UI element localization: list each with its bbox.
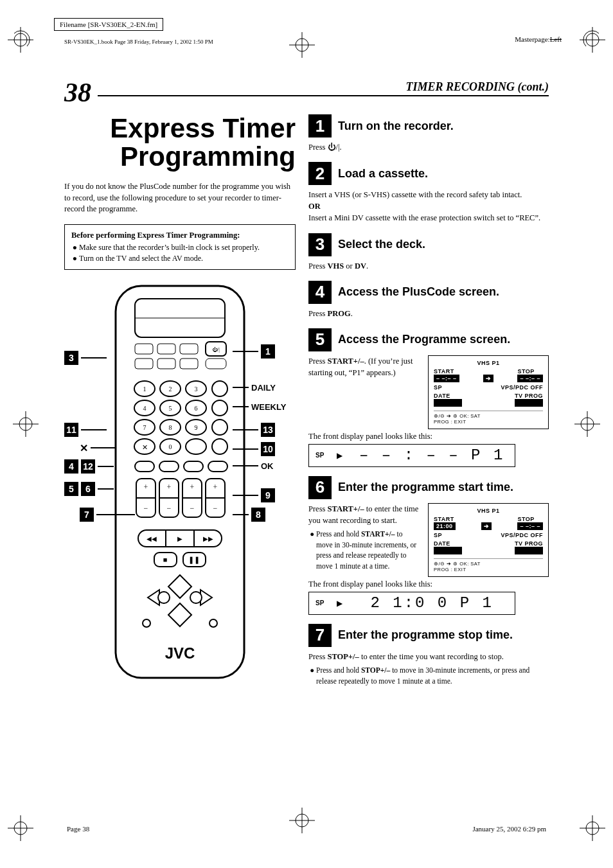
masterpage-label: Masterpage:Left (515, 35, 562, 43)
svg-text:6: 6 (195, 405, 198, 412)
svg-text:−: − (167, 504, 172, 513)
svg-rect-35 (206, 359, 226, 369)
intro-text: If you do not know the PlusCode number f… (64, 181, 296, 215)
osd-label: STOP (517, 516, 543, 522)
before-box: Before performing Express Timer Programm… (64, 224, 296, 270)
callout-label: WEEKLY (251, 402, 286, 412)
step-number: 2 (308, 162, 332, 185)
osd-hint: ⊕/⊖ ➔ ⊛ OK: SAT (434, 413, 543, 419)
osd-value: – –:– – (517, 375, 543, 382)
step-number: 7 (308, 624, 332, 647)
page-number: 38 (64, 77, 91, 108)
osd-label: START (434, 516, 456, 522)
callout-13: 13 (233, 423, 275, 437)
front-display: SP ▶ 2 1:0 0 P 1 (308, 592, 515, 615)
callout-num: 5 (64, 482, 78, 496)
step-2: 2 Load a cassette. Insert a VHS (or S-VH… (308, 162, 549, 224)
osd-hint: PROG : EXIT (434, 419, 543, 425)
display-sp: SP (315, 452, 324, 459)
osd-label: VPS/PDC OFF (501, 532, 543, 538)
svg-point-93 (158, 592, 170, 603)
remote-illustration: ⏻/| 1 2 3 4 5 (64, 283, 296, 681)
svg-text:◀◀: ◀◀ (147, 535, 157, 542)
section-title: TIMER RECORDING (cont.) (98, 80, 549, 96)
svg-text:3: 3 (195, 385, 198, 393)
step-body: Press STOP+/– to enter the time you want… (308, 651, 549, 686)
page: Filename [SR-VS30EK_2-EN.fm] SR-VS30EK_1… (0, 0, 613, 868)
svg-text:❚❚: ❚❚ (188, 556, 200, 564)
book-line: SR-VS30EK_1.book Page 38 Friday, Februar… (64, 39, 213, 45)
remote-icon: ⏻/| 1 2 3 4 5 (109, 283, 251, 681)
callout-4-12: 4 12 (64, 459, 114, 474)
osd-label: SP (434, 384, 442, 391)
step-1: 1 Turn on the recorder. Press ⏻/|. (308, 114, 549, 153)
callout-num: 4 (64, 459, 78, 474)
svg-rect-32 (135, 359, 153, 369)
caption: The front display panel looks like this: (308, 432, 549, 441)
step-3: 3 Select the deck. Press VHS or DV. (308, 233, 549, 272)
display-segment: 2 1:0 0 P 1 (355, 594, 508, 612)
step-5: 5 Access the Programme screen. Press STA… (308, 328, 549, 467)
svg-rect-65 (184, 461, 203, 472)
step-body: Press START+/–. (If you’re just starting… (308, 355, 419, 378)
crop-mark-icon (580, 815, 605, 841)
display-sp: SP (315, 599, 324, 607)
step-body: Press START+/– to enter the time you wan… (308, 503, 419, 572)
step-text: Insert a Mini DV cassette with the erase… (308, 213, 540, 222)
svg-text:⏻/|: ⏻/| (212, 347, 220, 353)
svg-text:+: + (167, 483, 172, 492)
callout-8: 8 (233, 508, 265, 522)
footer-date: January 25, 2002 6:29 pm (472, 825, 546, 833)
main-title: Express Timer Programming (64, 114, 296, 171)
step-title: Access the Programme screen. (338, 333, 510, 346)
osd-label: STOP (517, 368, 543, 375)
callout-num: 6 (81, 482, 95, 496)
callout-label: OK (261, 461, 274, 471)
osd-label: DATE (434, 393, 462, 399)
osd-screen: VHS P1 START– –:– – ➔ STOP– –:– – SPVPS/… (428, 355, 549, 429)
callout-x: ✕ (80, 442, 116, 454)
svg-point-94 (190, 592, 202, 603)
svg-text:7: 7 (143, 424, 147, 431)
before-box-title: Before performing Express Timer Programm… (71, 230, 289, 242)
svg-text:−: − (213, 504, 218, 513)
svg-text:−: − (190, 504, 195, 513)
step-number: 5 (308, 328, 332, 351)
osd-label: START (434, 368, 459, 375)
callout-3: 3 (64, 351, 107, 365)
osd-head: VHS P1 (434, 360, 543, 366)
filename-box: Filename [SR-VS30EK_2-EN.fm] (54, 18, 163, 31)
step-7: 7 Enter the programme stop time. Press S… (308, 624, 549, 686)
before-item: Turn on the TV and select the AV mode. (79, 253, 289, 264)
svg-rect-63 (135, 461, 154, 472)
step-number: 1 (308, 114, 332, 137)
callout-num: 12 (81, 459, 95, 474)
svg-text:5: 5 (169, 405, 172, 412)
svg-point-61 (186, 439, 206, 454)
callout-10: 10 (233, 442, 275, 456)
masterpage-key: Masterpage: (515, 35, 549, 43)
crop-mark-icon (8, 815, 33, 841)
step-title: Load a cassette. (338, 167, 428, 181)
left-column: Express Timer Programming If you do not … (64, 114, 296, 695)
x-icon: ✕ (80, 442, 88, 454)
callout-num: 1 (261, 344, 275, 359)
osd-screen: VHS P1 START21:00 ➔ STOP– –:– – SPVPS/PD… (428, 503, 549, 577)
svg-point-96 (209, 619, 217, 627)
svg-text:2: 2 (169, 385, 172, 393)
svg-point-95 (143, 619, 150, 627)
osd-head: VHS P1 (434, 508, 543, 514)
display-segment: – – : – – P 1 (355, 447, 508, 464)
step-title: Select the deck. (338, 238, 425, 251)
svg-text:9: 9 (195, 424, 198, 431)
arrow-icon: ➔ (481, 522, 492, 530)
osd-label: TV PROG (515, 393, 543, 399)
play-icon: ▶ (337, 599, 342, 608)
callout-5-6: 5 6 (64, 482, 114, 496)
step-number: 4 (308, 281, 332, 304)
crop-mark-icon (289, 808, 315, 836)
svg-rect-66 (208, 461, 227, 472)
svg-text:✕: ✕ (142, 443, 148, 451)
osd-value: – –:– – (517, 522, 543, 530)
callout-num: 10 (261, 442, 275, 456)
